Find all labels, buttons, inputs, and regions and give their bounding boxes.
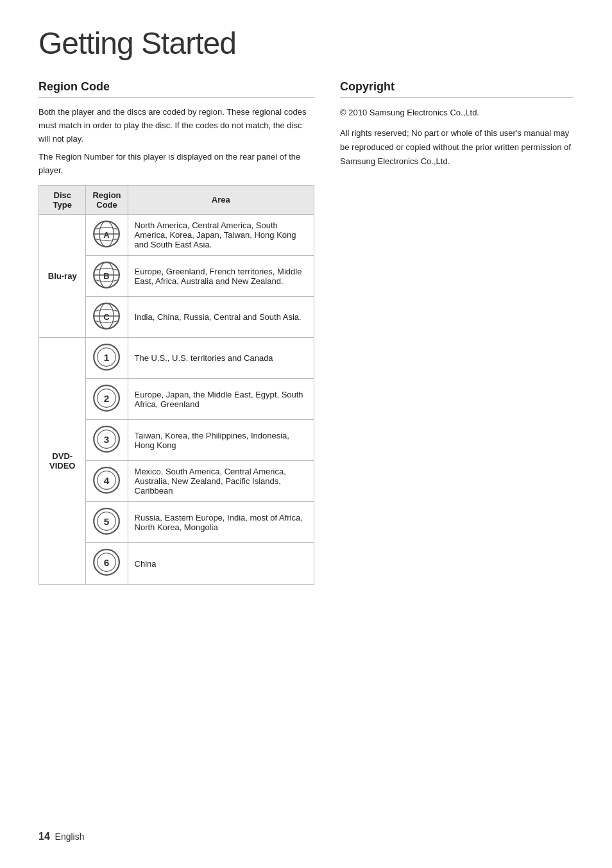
copyright-divider xyxy=(340,97,574,98)
dvd-region-2-icon: 2 xyxy=(92,384,121,412)
language-label: English xyxy=(55,831,85,842)
dvd-region-5-icon: 5 xyxy=(92,507,121,535)
svg-text:B: B xyxy=(104,271,110,281)
page-title: Getting Started xyxy=(38,26,574,61)
region-2-area: Europe, Japan, the Middle East, Egypt, S… xyxy=(128,379,314,420)
copyright-line1: © 2010 Samsung Electronics Co.,Ltd. xyxy=(340,106,574,120)
svg-text:6: 6 xyxy=(104,557,110,568)
region-icon-1: 1 xyxy=(86,338,128,379)
col-header-area: Area xyxy=(128,185,314,214)
svg-text:4: 4 xyxy=(104,475,110,486)
svg-text:5: 5 xyxy=(104,516,110,527)
region-code-desc1: Both the player and the discs are coded … xyxy=(38,106,314,146)
disc-type-dvd: DVD-VIDEO xyxy=(39,338,86,584)
region-table: Disc Type Region Code Area Blu-ray xyxy=(38,185,314,585)
dvd-region-3-icon: 3 xyxy=(92,425,121,453)
region-5-area: Russia, Eastern Europe, India, most of A… xyxy=(128,502,314,543)
page-number: 14 xyxy=(38,831,50,842)
svg-text:2: 2 xyxy=(104,393,110,404)
bluray-region-C-icon: C xyxy=(92,302,121,330)
copyright-content: © 2010 Samsung Electronics Co.,Ltd. All … xyxy=(340,106,574,169)
page-footer: 14 English xyxy=(38,831,85,842)
region-C-area: India, China, Russia, Central and South … xyxy=(128,297,314,338)
region-icon-B: B xyxy=(86,256,128,297)
region-A-area: North America, Central America, South Am… xyxy=(128,214,314,255)
section-divider xyxy=(38,97,314,98)
svg-text:A: A xyxy=(104,230,110,240)
region-1-area: The U.S., U.S. territories and Canada xyxy=(128,338,314,379)
copyright-title: Copyright xyxy=(340,80,574,94)
col-header-region-code: Region Code xyxy=(86,185,128,214)
dvd-region-1-icon: 1 xyxy=(92,343,121,371)
region-icon-C: C xyxy=(86,297,128,338)
region-icon-2: 2 xyxy=(86,379,128,420)
disc-type-bluray: Blu-ray xyxy=(39,214,86,337)
dvd-region-4-icon: 4 xyxy=(92,466,121,494)
table-row: DVD-VIDEO 1 The U.S., U.S. territories a… xyxy=(39,338,314,379)
region-code-title: Region Code xyxy=(38,80,314,94)
table-row: Blu-ray A North America, Central Ameri xyxy=(39,214,314,255)
col-header-disc-type: Disc Type xyxy=(39,185,86,214)
bluray-region-B-icon: B xyxy=(92,261,121,289)
region-6-area: China xyxy=(128,543,314,584)
region-icon-6: 6 xyxy=(86,543,128,584)
region-3-area: Taiwan, Korea, the Philippines, Indonesi… xyxy=(128,420,314,461)
copyright-section: Copyright © 2010 Samsung Electronics Co.… xyxy=(340,80,574,585)
region-B-area: Europe, Greenland, French territories, M… xyxy=(128,256,314,297)
copyright-line2: All rights reserved; No part or whole of… xyxy=(340,126,574,169)
svg-text:1: 1 xyxy=(104,352,110,363)
region-icon-3: 3 xyxy=(86,420,128,461)
region-4-area: Mexico, South America, Central America, … xyxy=(128,461,314,502)
region-icon-A: A xyxy=(86,214,128,255)
region-code-section: Region Code Both the player and the disc… xyxy=(38,80,314,585)
region-icon-4: 4 xyxy=(86,461,128,502)
region-icon-5: 5 xyxy=(86,502,128,543)
dvd-region-6-icon: 6 xyxy=(92,548,121,576)
region-code-desc2: The Region Number for this player is dis… xyxy=(38,151,314,178)
svg-text:3: 3 xyxy=(104,434,110,445)
bluray-region-A-icon: A xyxy=(92,220,121,248)
svg-text:C: C xyxy=(104,312,110,322)
